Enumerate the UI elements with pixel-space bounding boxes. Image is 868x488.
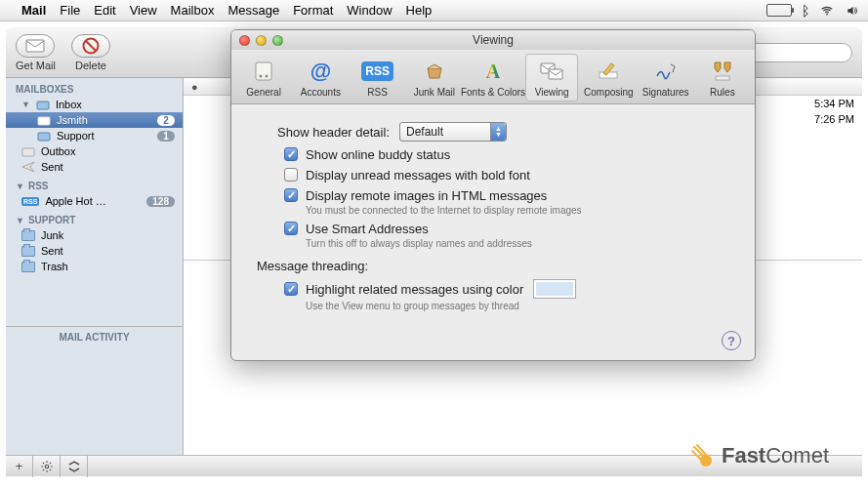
volume-icon[interactable] xyxy=(845,4,860,18)
smart-addresses-checkbox[interactable] xyxy=(284,222,298,235)
help-button[interactable]: ? xyxy=(722,331,741,350)
outbox-icon xyxy=(21,145,35,157)
tab-viewing[interactable]: Viewing xyxy=(525,54,578,102)
switch-icon xyxy=(250,58,277,85)
menu-message[interactable]: Message xyxy=(227,3,279,18)
menu-format[interactable]: Format xyxy=(293,3,333,18)
signatures-icon xyxy=(652,58,680,85)
bluetooth-icon[interactable]: ᛒ xyxy=(802,3,809,19)
sidebar-sent[interactable]: Sent xyxy=(6,159,183,175)
rss-icon: RSS xyxy=(21,197,39,206)
header-detail-select[interactable]: Default ▲▼ xyxy=(399,122,507,142)
pref-titlebar[interactable]: Viewing xyxy=(231,30,755,50)
tab-accounts[interactable]: @ Accounts xyxy=(294,54,347,102)
sent-icon xyxy=(21,161,35,173)
highlight-color-well[interactable] xyxy=(533,279,576,299)
pref-title: Viewing xyxy=(231,33,755,47)
menu-mailbox[interactable]: Mailbox xyxy=(171,3,215,18)
app-menu[interactable]: Mail xyxy=(21,3,46,18)
rss-icon: RSS xyxy=(364,58,392,85)
wifi-icon[interactable] xyxy=(819,4,835,18)
get-mail-group: Get Mail xyxy=(16,34,56,71)
envelope-icon xyxy=(25,39,45,53)
delete-group: Delete xyxy=(71,34,110,71)
viewing-icon xyxy=(538,58,565,85)
remote-images-hint: You must be connected to the Internet to… xyxy=(306,205,733,216)
menu-window[interactable]: Window xyxy=(347,3,392,18)
tab-junk-mail[interactable]: Junk Mail xyxy=(408,54,461,102)
menu-view[interactable]: View xyxy=(130,3,157,18)
disclosure-icon[interactable]: ▼ xyxy=(21,100,30,109)
buddy-status-checkbox[interactable] xyxy=(284,147,298,161)
tab-composing[interactable]: Composing xyxy=(582,54,635,102)
unread-badge: 128 xyxy=(146,196,175,207)
svg-rect-5 xyxy=(38,117,50,125)
svg-point-0 xyxy=(826,13,828,15)
expand-button[interactable] xyxy=(61,456,88,477)
battery-icon[interactable] xyxy=(766,4,792,17)
sidebar-support[interactable]: Support 1 xyxy=(6,128,183,143)
menu-extras: ᛒ xyxy=(766,3,860,19)
sidebar-junk[interactable]: Junk xyxy=(6,227,183,243)
pref-toolbar: General @ Accounts RSS RSS Junk Mail A F… xyxy=(231,50,755,104)
sidebar-sent-folder[interactable]: Sent xyxy=(6,243,183,259)
header-detail-label: Show header detail: xyxy=(253,125,399,140)
smart-addresses-hint: Turn this off to always display names an… xyxy=(306,238,733,249)
sidebar-apple-hot[interactable]: RSS Apple Hot … 128 xyxy=(6,193,183,209)
svg-rect-4 xyxy=(37,102,49,109)
menu-bar: Mail File Edit View Mailbox Message Form… xyxy=(0,0,868,21)
sidebar-jsmith[interactable]: Jsmith 2 xyxy=(6,112,183,128)
expand-icon xyxy=(68,461,80,472)
status-column-icon[interactable]: ● xyxy=(191,81,211,93)
sidebar-trash[interactable]: Trash xyxy=(6,259,183,274)
bold-unread-label: Display unread messages with bold font xyxy=(306,168,530,183)
bold-unread-checkbox[interactable] xyxy=(284,168,298,182)
svg-rect-14 xyxy=(549,69,562,79)
get-mail-button[interactable] xyxy=(16,34,55,58)
highlight-hint: Use the View menu to group messages by t… xyxy=(306,301,733,311)
svg-line-3 xyxy=(86,41,96,51)
mailboxes-header[interactable]: MAILBOXES xyxy=(6,78,183,97)
svg-point-11 xyxy=(266,75,269,78)
tab-rules[interactable]: Rules xyxy=(696,54,749,102)
action-button[interactable] xyxy=(33,456,61,477)
unread-badge: 2 xyxy=(157,115,175,126)
sidebar: MAILBOXES ▼ Inbox Jsmith 2 Support 1 xyxy=(6,78,184,455)
support-header[interactable]: ▼SUPPORT xyxy=(6,209,183,227)
rules-icon xyxy=(709,58,736,85)
svg-rect-6 xyxy=(38,133,50,141)
remote-images-label: Display remote images in HTML messages xyxy=(306,188,547,203)
menu-help[interactable]: Help xyxy=(406,3,433,18)
message-time: 5:34 PM xyxy=(814,98,854,109)
mailbox-icon xyxy=(37,130,51,142)
rss-header[interactable]: ▼RSS xyxy=(6,175,183,193)
comet-icon xyxy=(688,443,714,468)
pref-body: Show header detail: Default ▲▼ Show onli… xyxy=(231,104,755,327)
delete-label: Delete xyxy=(75,60,106,71)
menu-file[interactable]: File xyxy=(60,3,80,18)
svg-text:A: A xyxy=(486,61,501,82)
sidebar-inbox[interactable]: ▼ Inbox xyxy=(6,97,183,112)
tab-fonts-colors[interactable]: A Fonts & Colors xyxy=(465,54,521,102)
unread-badge: 1 xyxy=(157,131,175,142)
composing-icon xyxy=(595,58,622,85)
tab-signatures[interactable]: Signatures xyxy=(640,54,692,102)
add-button[interactable]: + xyxy=(6,456,33,477)
delete-button[interactable] xyxy=(71,34,110,58)
folder-icon xyxy=(21,246,35,257)
mail-activity-header[interactable]: MAIL ACTIVITY xyxy=(6,326,183,347)
tab-general[interactable]: General xyxy=(237,54,290,102)
highlight-checkbox[interactable] xyxy=(284,282,298,296)
remote-images-checkbox[interactable] xyxy=(284,188,298,202)
svg-point-10 xyxy=(260,75,263,78)
threading-title: Message threading: xyxy=(257,259,733,273)
tab-rss[interactable]: RSS RSS xyxy=(351,54,404,102)
menu-edit[interactable]: Edit xyxy=(94,3,115,18)
buddy-status-label: Show online buddy status xyxy=(306,147,450,162)
svg-rect-9 xyxy=(256,62,271,80)
fonts-icon: A xyxy=(479,58,507,85)
junk-icon xyxy=(421,58,448,85)
smart-addresses-label: Use Smart Addresses xyxy=(306,222,429,236)
sidebar-outbox[interactable]: Outbox xyxy=(6,143,183,159)
folder-icon xyxy=(21,230,35,241)
